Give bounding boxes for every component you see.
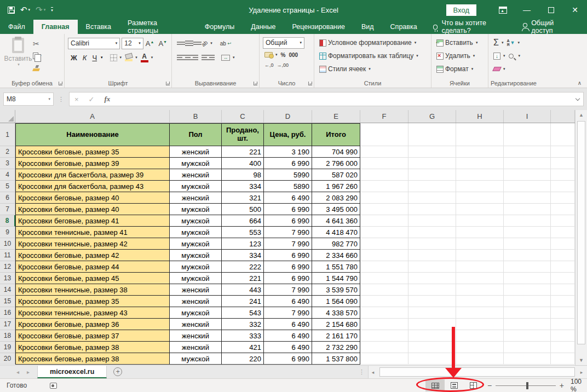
price-cell[interactable]: 6 490 — [264, 330, 312, 342]
empty-cell[interactable] — [456, 330, 504, 342]
name-cell[interactable]: Кроссовки для баскетбола, размер 39 — [15, 169, 170, 181]
prev-sheet-button[interactable]: ◂ — [16, 369, 19, 375]
empty-cell[interactable] — [456, 227, 504, 238]
expand-formula-bar-button[interactable] — [572, 94, 583, 104]
normal-view-button[interactable] — [425, 379, 445, 391]
qty-cell[interactable]: 334 — [222, 250, 264, 261]
ribbon-tab[interactable]: Разметка страницы — [119, 20, 197, 34]
empty-cell[interactable] — [408, 284, 456, 296]
empty-cell[interactable] — [504, 307, 551, 319]
price-cell[interactable]: 6 990 — [264, 215, 312, 227]
gender-cell[interactable]: мужской — [170, 261, 222, 273]
gender-cell[interactable]: женский — [170, 319, 222, 330]
ribbon-tab[interactable]: Вид — [353, 20, 382, 34]
empty-cell[interactable] — [408, 204, 456, 215]
empty-cell[interactable] — [551, 169, 575, 181]
empty-cell[interactable] — [504, 146, 551, 158]
copy-button[interactable]: ▾ — [33, 51, 42, 60]
insert-function-icon[interactable]: fx — [100, 95, 116, 103]
empty-cell[interactable] — [456, 353, 504, 365]
column-header[interactable]: I — [504, 110, 551, 123]
empty-cell[interactable] — [551, 146, 575, 158]
scroll-down-icon[interactable]: ▼ — [576, 355, 587, 365]
empty-cell[interactable] — [551, 273, 575, 284]
name-cell[interactable]: Кроссовки теннисные, размер 41 — [15, 227, 170, 238]
empty-cell[interactable] — [360, 215, 408, 227]
gender-cell[interactable]: мужской — [170, 353, 222, 365]
row-number[interactable]: 8 — [0, 215, 15, 227]
empty-cell[interactable] — [504, 215, 551, 227]
total-cell[interactable]: 2 083 290 — [312, 192, 360, 204]
row-number[interactable]: 3 — [0, 158, 15, 169]
name-cell[interactable]: Кроссовки беговые, размер 40 — [15, 204, 170, 215]
empty-cell[interactable] — [504, 319, 551, 330]
ribbon-display-options-button[interactable] — [491, 0, 515, 20]
empty-cell[interactable] — [360, 238, 408, 250]
horizontal-scrollbar[interactable]: ◂ ▸ — [368, 366, 587, 378]
underline-button[interactable]: Ч — [89, 54, 100, 62]
empty-cell[interactable] — [360, 319, 408, 330]
row-number[interactable]: 2 — [0, 146, 15, 158]
price-cell[interactable]: 6 990 — [264, 353, 312, 365]
empty-cell[interactable] — [551, 123, 575, 146]
name-cell[interactable]: Кроссовки беговые, размер 41 — [15, 215, 170, 227]
empty-cell[interactable] — [360, 273, 408, 284]
gender-cell[interactable]: женский — [170, 146, 222, 158]
format-cells-button[interactable]: Формат▾ — [435, 65, 475, 73]
empty-cell[interactable] — [360, 123, 408, 146]
page-layout-view-button[interactable] — [445, 379, 464, 391]
total-cell[interactable]: 1 564 090 — [312, 296, 360, 307]
total-cell[interactable]: 3 539 570 — [312, 284, 360, 296]
empty-cell[interactable] — [456, 273, 504, 284]
qty-cell[interactable]: 334 — [222, 181, 264, 192]
empty-cell[interactable] — [360, 330, 408, 342]
gender-cell[interactable]: мужской — [170, 307, 222, 319]
empty-cell[interactable] — [408, 238, 456, 250]
collapse-ribbon-button[interactable]: ∧ — [578, 80, 582, 86]
qty-cell[interactable]: 543 — [222, 307, 264, 319]
empty-cell[interactable] — [456, 169, 504, 181]
price-cell[interactable]: 6 990 — [264, 250, 312, 261]
empty-cell[interactable] — [408, 353, 456, 365]
empty-cell[interactable] — [456, 296, 504, 307]
cell-c1[interactable]: Продано, шт. — [222, 123, 264, 146]
empty-cell[interactable] — [504, 204, 551, 215]
empty-cell[interactable] — [408, 192, 456, 204]
total-cell[interactable]: 2 154 680 — [312, 319, 360, 330]
price-cell[interactable]: 5890 — [264, 181, 312, 192]
gender-cell[interactable]: мужской — [170, 238, 222, 250]
save-button[interactable] — [8, 7, 15, 14]
qty-cell[interactable]: 553 — [222, 227, 264, 238]
row-number[interactable]: 16 — [0, 307, 15, 319]
empty-cell[interactable] — [360, 192, 408, 204]
empty-cell[interactable] — [504, 158, 551, 169]
empty-cell[interactable] — [360, 227, 408, 238]
row-number[interactable]: 1 — [0, 123, 15, 146]
empty-cell[interactable] — [456, 204, 504, 215]
empty-cell[interactable] — [551, 227, 575, 238]
empty-cell[interactable] — [551, 342, 575, 353]
empty-cell[interactable] — [456, 146, 504, 158]
total-cell[interactable]: 2 732 290 — [312, 342, 360, 353]
scrollbar-splitter[interactable]: ⋮ — [359, 366, 368, 378]
cell-e1[interactable]: Итого — [312, 123, 360, 146]
format-painter-button[interactable] — [33, 64, 42, 72]
total-cell[interactable]: 587 020 — [312, 169, 360, 181]
empty-cell[interactable] — [456, 215, 504, 227]
decrease-font-button[interactable]: A▼ — [156, 39, 169, 48]
empty-cell[interactable] — [504, 169, 551, 181]
price-cell[interactable]: 6 490 — [264, 319, 312, 330]
empty-cell[interactable] — [551, 284, 575, 296]
font-name-select[interactable]: Calibri▾ — [68, 38, 120, 49]
empty-cell[interactable] — [504, 353, 551, 365]
autosum-button[interactable]: Σ▾ — [492, 38, 505, 48]
page-break-view-button[interactable] — [464, 379, 483, 391]
find-select-button[interactable]: ▾ — [507, 53, 522, 59]
zoom-out-button[interactable]: − — [486, 381, 493, 390]
row-number[interactable]: 10 — [0, 238, 15, 250]
name-cell[interactable]: Кроссовки беговые, размер 37 — [15, 330, 170, 342]
name-box[interactable]: M8▾ — [3, 93, 54, 106]
delete-cells-button[interactable]: Удалить▾ — [435, 51, 476, 60]
empty-cell[interactable] — [408, 146, 456, 158]
empty-cell[interactable] — [408, 227, 456, 238]
